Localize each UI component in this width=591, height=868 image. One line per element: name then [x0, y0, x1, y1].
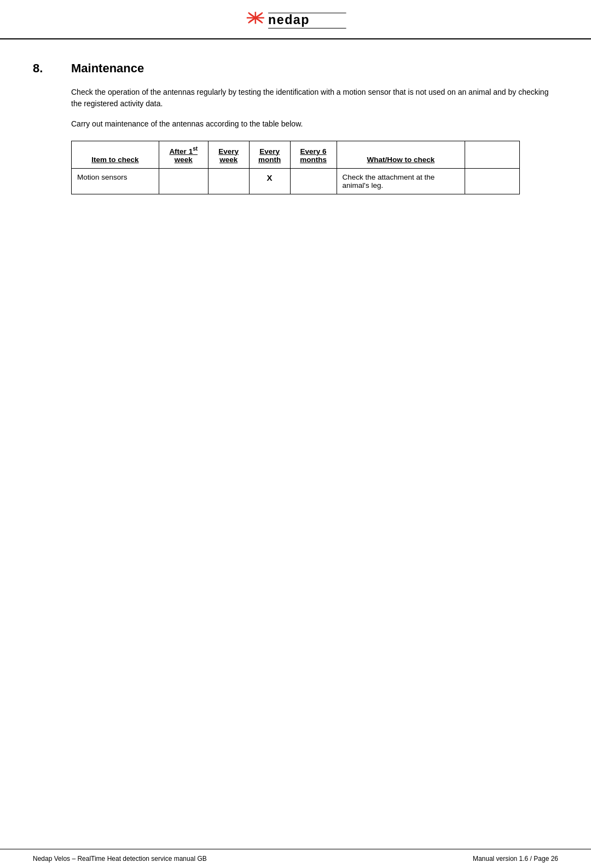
table-row: Motion sensors X Check the attachment at… — [72, 168, 520, 194]
section-title: Maintenance — [71, 61, 144, 76]
page-header: nedap — [0, 0, 591, 39]
col-header-item: Item to check — [72, 141, 159, 169]
table-header-row: Item to check After 1st week Every week … — [72, 141, 520, 169]
page-footer: Nedap Velos – RealTime Heat detection se… — [0, 849, 591, 868]
cell-every-6-months — [290, 168, 337, 194]
cell-every-week — [208, 168, 249, 194]
footer-right: Manual version 1.6 / Page 26 — [473, 855, 558, 863]
cell-what-how: Check the attachment at the animal's leg… — [337, 168, 465, 194]
svg-text:nedap: nedap — [269, 13, 310, 27]
col-header-what-how: What/How to check — [337, 141, 465, 169]
cell-extra — [465, 168, 520, 194]
col-header-after-1st-week: After 1st week — [159, 141, 208, 169]
paragraph-1: Check the operation of the antennas regu… — [71, 87, 558, 110]
page-container: nedap 8. Maintenance Check the operation… — [0, 0, 591, 868]
col-header-every-month: Every month — [249, 141, 290, 169]
maintenance-table: Item to check After 1st week Every week … — [71, 141, 520, 194]
cell-every-month: X — [249, 168, 290, 194]
col-header-every-6-months: Every 6 months — [290, 141, 337, 169]
section-heading: 8. Maintenance — [33, 61, 558, 76]
col-header-every-week: Every week — [208, 141, 249, 169]
footer-left: Nedap Velos – RealTime Heat detection se… — [33, 855, 207, 863]
main-content: 8. Maintenance Check the operation of th… — [0, 39, 591, 227]
cell-item: Motion sensors — [72, 168, 159, 194]
section-number: 8. — [33, 61, 55, 76]
col-header-extra — [465, 141, 520, 169]
nedap-logo: nedap — [244, 10, 347, 32]
paragraph-2: Carry out maintenance of the antennas ac… — [71, 118, 558, 130]
cell-after-1st-week — [159, 168, 208, 194]
table-container: Item to check After 1st week Every week … — [71, 141, 558, 194]
logo-container: nedap — [244, 10, 347, 32]
